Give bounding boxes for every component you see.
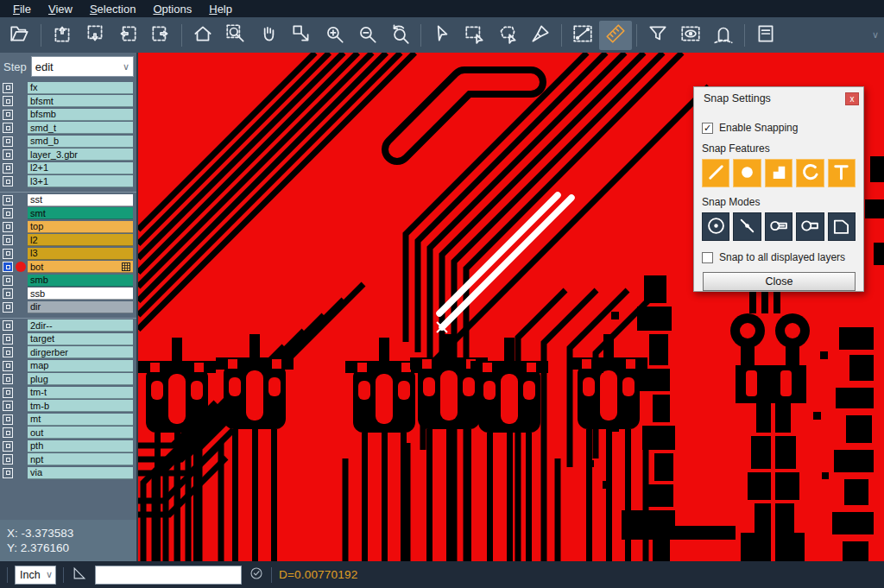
layer-checkbox-via[interactable] [3, 468, 13, 478]
menu-options[interactable]: Options [145, 1, 199, 17]
layer-checkbox-out[interactable] [3, 427, 13, 438]
layer-label-ssb[interactable]: ssb [28, 288, 133, 300]
layer-row-tm-b[interactable]: tm-b [0, 400, 136, 414]
layer-checkbox-map[interactable] [3, 361, 13, 371]
menu-selection[interactable]: Selection [82, 1, 143, 17]
snap-mode-center-button[interactable] [702, 212, 729, 241]
layer-label-smd_b[interactable]: smd_b [28, 136, 133, 148]
layer-label-smd_t[interactable]: smd_t [28, 122, 133, 134]
step-select[interactable]: edit ∨ [31, 56, 134, 77]
layer-label-dirgerber[interactable]: dirgerber [28, 346, 133, 358]
zoom-previous-button[interactable] [383, 21, 416, 50]
layer-label-fx[interactable]: fx [28, 82, 133, 94]
layer-row-l2[interactable]: l2 [0, 234, 136, 248]
layer-row-bot[interactable]: bot [0, 261, 136, 275]
zoom-in-button[interactable] [318, 21, 350, 50]
layer-label-pth[interactable]: pth [28, 440, 133, 452]
snap-feature-surface-button[interactable] [765, 159, 792, 187]
layer-label-bfsmb[interactable]: bfsmb [28, 109, 133, 121]
home-button[interactable] [186, 21, 219, 50]
snap-all-layers-checkbox[interactable] [702, 252, 713, 263]
toolbar-overflow-chevron[interactable]: ∨ [872, 29, 879, 41]
layer-row-smd_t[interactable]: smd_t [0, 122, 136, 136]
layer-row-dirgerber[interactable]: dirgerber [0, 346, 136, 360]
layer-label-out[interactable]: out [28, 427, 133, 439]
layer-checkbox-l2+1[interactable] [3, 163, 13, 174]
pan-hand-button[interactable] [252, 21, 285, 50]
layer-row-2dir--[interactable]: 2dir-- [0, 319, 136, 333]
layer-row-l2+1[interactable]: l2+1 [0, 161, 136, 175]
extend-top-button[interactable] [46, 21, 79, 50]
layer-checkbox-tm-t[interactable] [3, 388, 13, 398]
layer-label-layer_3.gbr[interactable]: layer_3.gbr [28, 149, 133, 161]
layer-checkbox-npt[interactable] [3, 454, 13, 465]
layer-label-top[interactable]: top [28, 221, 133, 233]
magnet-snap-button[interactable] [707, 21, 740, 50]
extend-right-button[interactable] [144, 21, 177, 50]
layer-row-target[interactable]: target [0, 332, 136, 346]
reshape-button[interactable] [285, 21, 318, 50]
snap-mode-slot-button[interactable] [796, 212, 824, 241]
layer-checkbox-target[interactable] [3, 334, 13, 345]
filter-button[interactable] [641, 21, 674, 50]
layer-row-pth[interactable]: pth [0, 439, 136, 453]
layer-label-l2+1[interactable]: l2+1 [28, 162, 133, 174]
layer-checkbox-fx[interactable] [3, 83, 13, 93]
form-editor-button[interactable] [749, 21, 782, 50]
layer-row-npt[interactable]: npt [0, 453, 136, 467]
layer-label-l3+1[interactable]: l3+1 [28, 175, 133, 187]
layer-row-l3+1[interactable]: l3+1 [0, 175, 136, 189]
layer-label-mt[interactable]: mt [28, 414, 133, 426]
layer-checkbox-dirgerber[interactable] [3, 347, 13, 357]
dialog-title-bar[interactable]: Snap Settings x [694, 87, 863, 110]
ruler-button[interactable] [599, 21, 632, 50]
layer-checkbox-tm-b[interactable] [3, 401, 13, 411]
snap-feature-pad-button[interactable] [733, 159, 761, 187]
layer-label-bfsmt[interactable]: bfsmt [28, 95, 133, 107]
layer-row-smt[interactable]: smt [0, 207, 136, 221]
layer-label-plug[interactable]: plug [28, 373, 133, 385]
layer-row-l3[interactable]: l3 [0, 247, 136, 261]
snap-feature-text-button[interactable] [828, 159, 856, 187]
layer-checkbox-smd_t[interactable] [3, 123, 13, 133]
measure-line-button[interactable] [566, 21, 599, 50]
layer-row-mt[interactable]: mt [0, 413, 136, 427]
layer-row-bfsmt[interactable]: bfsmt [0, 95, 136, 109]
menu-file[interactable]: File [5, 1, 39, 17]
layer-label-smb[interactable]: smb [28, 275, 133, 287]
layer-row-map[interactable]: map [0, 359, 136, 373]
layer-row-layer_3.gbr[interactable]: layer_3.gbr [0, 149, 136, 162]
layer-checkbox-bot[interactable] [3, 262, 13, 272]
layer-label-target[interactable]: target [28, 333, 133, 345]
layer-label-2dir--[interactable]: 2dir-- [28, 319, 133, 332]
layer-checkbox-mt[interactable] [3, 414, 13, 425]
layer-label-map[interactable]: map [28, 360, 133, 372]
snap-feature-line-button[interactable] [702, 159, 729, 187]
select-cursor-button[interactable] [426, 21, 458, 50]
zoom-region-button[interactable] [219, 21, 252, 50]
layer-row-dir[interactable]: dir [0, 300, 136, 314]
layer-checkbox-l3+1[interactable] [3, 176, 13, 187]
layer-checkbox-top[interactable] [3, 222, 13, 232]
layer-checkbox-layer_3.gbr[interactable] [3, 149, 13, 160]
layer-label-bot[interactable]: bot [28, 261, 133, 273]
rect-select-button[interactable] [458, 21, 491, 50]
layer-checkbox-plug[interactable] [3, 374, 13, 384]
layer-row-sst[interactable]: sst [0, 193, 136, 207]
layer-row-out[interactable]: out [0, 427, 136, 440]
close-icon[interactable]: x [845, 92, 859, 105]
layer-row-via[interactable]: via [0, 466, 136, 480]
layer-row-fx[interactable]: fx [0, 81, 136, 95]
menu-help[interactable]: Help [201, 1, 240, 17]
open-button[interactable] [3, 21, 36, 50]
layer-checkbox-pth[interactable] [3, 441, 13, 452]
zoom-out-button[interactable] [350, 21, 383, 50]
layer-label-tm-b[interactable]: tm-b [28, 400, 133, 412]
snap-mode-corner-button[interactable] [828, 212, 856, 241]
command-input[interactable] [95, 566, 242, 585]
extend-left-button[interactable] [111, 21, 144, 50]
layer-row-plug[interactable]: plug [0, 373, 136, 387]
layer-checkbox-bfsmb[interactable] [3, 110, 13, 120]
layer-checkbox-smb[interactable] [3, 275, 13, 286]
layer-label-dir[interactable]: dir [28, 301, 133, 313]
